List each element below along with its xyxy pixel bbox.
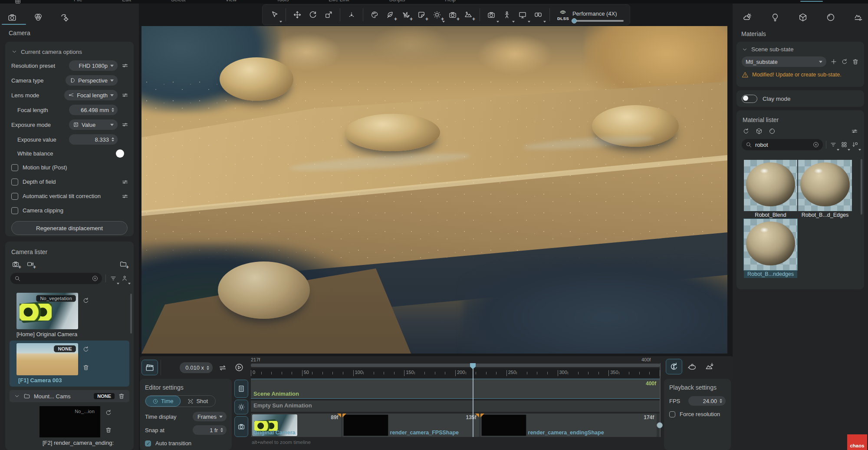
add-camera-folder-button[interactable]	[119, 260, 128, 268]
material-view-mode-icon[interactable]	[840, 141, 848, 149]
camera-search-input[interactable]	[10, 273, 102, 284]
performance-slider[interactable]	[572, 20, 624, 22]
camera-list-item[interactable]: No_vegetation [Home] Original Camera	[10, 292, 128, 339]
benchmark-teapot-icon[interactable]	[687, 362, 697, 371]
tab-materials[interactable]	[825, 11, 837, 23]
export-environment-icon[interactable]	[705, 362, 714, 371]
camera-filter-icon[interactable]	[109, 275, 117, 282]
add-vegetation-button[interactable]	[385, 9, 396, 20]
exposure-mode-dropdown[interactable]: Value	[69, 119, 118, 130]
timeline-ruler[interactable]: 050100150200250300350	[251, 368, 660, 378]
menu-select[interactable]: Select	[171, 0, 185, 3]
range-end-handle[interactable]	[657, 422, 663, 428]
vr-mode-button[interactable]	[533, 9, 544, 20]
camera-thumbnail[interactable]: No_...ion	[39, 406, 101, 438]
refresh-thumbnail-icon[interactable]	[105, 409, 112, 416]
camera-sort-by-user-icon[interactable]	[121, 275, 128, 282]
tab-lights[interactable]	[769, 11, 781, 23]
window-grid-icon[interactable]	[14, 0, 21, 3]
material-item-selected[interactable]: Robot_B...ndedges	[744, 219, 797, 278]
camera-view-button[interactable]	[486, 9, 497, 20]
menu-help[interactable]: Help	[445, 0, 456, 3]
loop-playback-icon[interactable]	[218, 363, 227, 373]
add-environment-button[interactable]	[463, 9, 474, 20]
playback-speed-stepper[interactable]	[207, 366, 209, 370]
time-display-dropdown[interactable]: Frames	[193, 412, 227, 421]
lens-settings-icon[interactable]	[122, 92, 128, 99]
scene-animation-track[interactable]: Scene Animation 400f	[251, 379, 660, 399]
camera-clipping-checkbox[interactable]	[11, 207, 18, 214]
clear-search-icon[interactable]	[812, 141, 819, 148]
material-item[interactable]: Robot_B...d_Edges	[798, 160, 852, 219]
camera-item-label[interactable]: [F1] Camera 003	[18, 377, 62, 384]
white-balance-color-swatch[interactable]	[116, 149, 124, 158]
camera-clips-track[interactable]: 89f Original Camera 135f render_camera_F…	[251, 414, 660, 437]
material-search-input[interactable]: robot	[742, 139, 823, 150]
tab-render-settings[interactable]	[852, 11, 865, 23]
sun-animation-track[interactable]: Empty Sun Animation	[251, 400, 660, 412]
camera-item-label[interactable]: [Home] Original Camera	[16, 331, 77, 338]
timeline-clip[interactable]: 89f Original Camera	[251, 414, 341, 437]
camera-folder-row[interactable]: Mount... Cams NONE	[10, 390, 129, 402]
group-header-scene-substate[interactable]: Scene sub-state	[742, 46, 859, 53]
transform-gizmo-tool[interactable]	[346, 9, 357, 20]
scene-track-button[interactable]	[234, 380, 248, 398]
tab-color-corrections[interactable]	[32, 11, 44, 23]
vertical-tilt-settings-icon[interactable]	[122, 193, 128, 200]
motion-blur-checkbox[interactable]	[11, 164, 18, 171]
tab-geometry[interactable]	[797, 11, 809, 23]
chevron-down-icon[interactable]	[14, 393, 20, 399]
camera-list-item[interactable]: No_...ion [F2] render_camera_ending:	[10, 404, 128, 448]
auto-transition-checkbox[interactable]	[145, 440, 151, 447]
refresh-sphere-previews-icon[interactable]	[769, 128, 776, 135]
delete-substate-icon[interactable]	[852, 58, 859, 65]
shot-tab[interactable]: Shot	[181, 396, 216, 407]
delete-camera-icon[interactable]	[82, 364, 89, 371]
render-viewport[interactable]	[141, 26, 727, 354]
add-substate-icon[interactable]	[830, 58, 837, 65]
menu-file[interactable]: File	[74, 0, 82, 3]
add-light-button[interactable]	[431, 9, 443, 20]
camera-type-dropdown[interactable]: Perspective	[66, 75, 118, 86]
timeline-playhead[interactable]	[473, 363, 473, 437]
menu-scripts[interactable]: Scripts	[389, 0, 405, 3]
delete-camera-icon[interactable]	[105, 427, 112, 433]
camera-lister-scrollbar[interactable]	[130, 294, 132, 334]
refresh-previews-icon[interactable]	[743, 128, 750, 135]
scale-tool[interactable]	[323, 9, 334, 20]
material-sort-icon[interactable]	[851, 141, 859, 149]
playback-speed-field[interactable]: 0.010 x	[180, 362, 213, 373]
transition-marker[interactable]	[475, 414, 479, 417]
clay-mode-toggle[interactable]	[742, 95, 757, 103]
refresh-thumbnail-icon[interactable]	[82, 346, 89, 353]
tab-environment[interactable]	[741, 11, 753, 23]
transition-marker[interactable]	[337, 414, 341, 417]
material-lister-scrollbar[interactable]	[861, 159, 862, 215]
add-decal-button[interactable]	[416, 9, 427, 20]
group-header-current-camera-options[interactable]: Current camera options	[5, 45, 134, 58]
camera-thumbnail[interactable]: No_vegetation	[16, 293, 78, 329]
menu-live-link[interactable]: Live Link	[329, 0, 349, 3]
tab-camera[interactable]	[6, 11, 18, 23]
delete-folder-icon[interactable]	[118, 393, 125, 400]
material-item[interactable]: Robot_Blend	[744, 160, 797, 219]
tab-scene-settings[interactable]	[58, 11, 70, 23]
menu-view[interactable]: View	[225, 0, 237, 3]
lens-mode-dropdown[interactable]: Focal length	[64, 90, 118, 100]
camera-item-label[interactable]: [F2] render_camera_ending:	[43, 440, 114, 446]
timeline-clip[interactable]: 135f render_camera_FPSShape	[342, 414, 479, 437]
performance-slider-knob[interactable]	[572, 18, 577, 23]
timeline-scrollbar[interactable]	[251, 364, 660, 367]
move-tool[interactable]	[292, 9, 303, 20]
menu-tools[interactable]: Tools	[276, 0, 289, 3]
vertical-tilt-checkbox[interactable]	[11, 193, 18, 200]
exposure-value-stepper[interactable]	[112, 137, 114, 142]
timeline-clip[interactable]: 174f render_camera_endingShape	[480, 414, 657, 437]
resolution-preset-dropdown[interactable]: FHD 1080p	[69, 60, 118, 71]
dof-settings-icon[interactable]	[122, 179, 128, 185]
transition-marker[interactable]	[342, 414, 346, 417]
play-button[interactable]	[234, 363, 244, 372]
rotate-tool[interactable]	[307, 9, 319, 20]
depth-of-field-checkbox[interactable]	[11, 179, 18, 185]
transition-marker[interactable]	[480, 414, 484, 417]
